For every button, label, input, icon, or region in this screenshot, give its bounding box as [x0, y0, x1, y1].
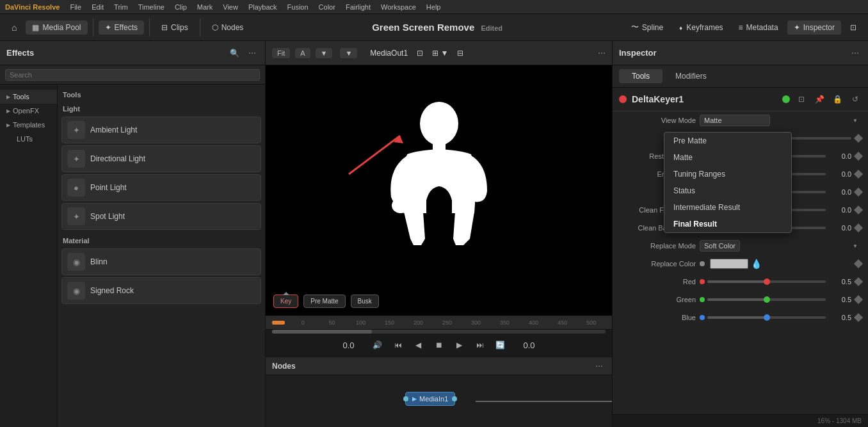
toolbar-mediapool-btn[interactable]: ▦ Media Pool [26, 20, 87, 35]
viewer-grid-btn[interactable]: ⊞ ▼ [432, 49, 448, 58]
threshold-keyframe[interactable] [854, 134, 863, 143]
menu-fusion[interactable]: Fusion [287, 3, 309, 11]
nodes-more-btn[interactable]: ⋯ [593, 360, 606, 373]
sidebar-item-luts[interactable]: LUTs [0, 132, 57, 146]
effect-directional-light[interactable]: ✦ Directional Light [61, 145, 261, 172]
toolbar-home-btn[interactable]: ⌂ [5, 20, 23, 35]
effects-search-input[interactable] [5, 69, 260, 81]
blue-thumb[interactable] [764, 314, 770, 321]
app-name[interactable]: DaVinci Resolve [5, 3, 60, 11]
menu-fairlight[interactable]: Fairlight [346, 3, 371, 11]
menu-trim[interactable]: Trim [114, 3, 128, 11]
eyedropper-btn[interactable]: 💧 [751, 259, 762, 269]
loop-btn[interactable]: 🔄 [493, 337, 508, 353]
replace-color-swatch[interactable] [710, 259, 748, 269]
effects-panel-title: Effects [6, 48, 223, 58]
ambient-light-label: Ambient Light [90, 125, 137, 134]
menu-color[interactable]: Color [319, 3, 335, 11]
green-track [707, 298, 767, 301]
menu-help[interactable]: Help [426, 3, 441, 11]
fit-btn[interactable]: Fit [272, 48, 290, 58]
effect-blinn[interactable]: ◉ Blinn [61, 248, 261, 275]
menu-timeline[interactable]: Timeline [138, 3, 165, 11]
toolbar-keyframes-btn[interactable]: ⬧ Keyframes [672, 20, 729, 35]
menu-file[interactable]: File [70, 3, 81, 11]
menu-edit[interactable]: Edit [92, 3, 104, 11]
play-btn[interactable]: ▶ [452, 337, 467, 353]
zoom-btn[interactable]: ▼ [340, 48, 357, 58]
effect-signed-rock[interactable]: ◉ Signed Rock [61, 277, 261, 304]
viewer-more-btn[interactable]: ⋯ [598, 49, 606, 58]
view-mode-select[interactable]: Pre Matte Matte Tuning Ranges Status Int… [700, 115, 770, 126]
tab-tools[interactable]: Tools [619, 69, 663, 83]
effect-point-light[interactable]: ● Point Light [61, 174, 261, 201]
toolbar-inspector-btn[interactable]: ✦ Inspector [787, 20, 841, 35]
prev-frame-btn[interactable]: ◀ [411, 337, 426, 353]
toolbar-nodes-btn[interactable]: ⬡ Nodes [205, 20, 250, 35]
node-icon-btn-2[interactable]: 📌 [813, 93, 826, 106]
green-keyframe[interactable] [854, 295, 863, 304]
dropdown-prematte[interactable]: Pre Matte [664, 133, 791, 149]
clean-bg-keyframe[interactable] [854, 223, 863, 232]
dropdown-status[interactable]: Status [664, 182, 791, 199]
effect-spot-light[interactable]: ✦ Spot Light [61, 203, 261, 230]
svg-point-0 [420, 102, 458, 145]
green-slider[interactable] [707, 298, 826, 301]
output-icon: ⊡ [850, 23, 856, 32]
sidebar-item-openfx[interactable]: ▶ OpenFX [0, 104, 57, 118]
red-slider[interactable] [707, 280, 826, 283]
red-thumb[interactable] [764, 278, 770, 285]
prematte-node-btn[interactable]: Pre Matte [303, 294, 345, 308]
green-thumb[interactable] [764, 296, 770, 303]
view-mode-select-wrapper[interactable]: Pre Matte Matte Tuning Ranges Status Int… [700, 115, 862, 126]
mediain-node[interactable]: ▶ MediaIn1 [405, 392, 455, 406]
skip-back-btn[interactable]: ⏮ [390, 337, 406, 353]
menu-playback[interactable]: Playback [248, 3, 277, 11]
busk-node-btn[interactable]: Busk [351, 294, 379, 308]
menu-clip[interactable]: Clip [175, 3, 187, 11]
node-icon-btn-1[interactable]: ⊡ [795, 93, 808, 106]
node-icon-btn-4[interactable]: ↺ [849, 93, 862, 106]
blue-slider[interactable] [707, 316, 826, 319]
toolbar-output-btn[interactable]: ⊡ [844, 20, 863, 35]
effect-ambient-light[interactable]: ✦ Ambient Light [61, 117, 261, 143]
menu-bar: DaVinci Resolve File Edit Trim Timeline … [0, 0, 868, 14]
dropdown-intermediate[interactable]: Intermediate Result [664, 199, 791, 216]
replace-mode-select[interactable]: Soft Color [700, 240, 740, 252]
erode-dilate-keyframe[interactable] [854, 170, 863, 179]
tab-modifiers[interactable]: Modifiers [663, 69, 719, 83]
skip-forward-btn[interactable]: ⏭ [472, 337, 488, 353]
restore-fringe-keyframe[interactable] [854, 152, 863, 161]
channel-select-btn[interactable]: ▼ [316, 48, 333, 58]
sidebar-item-tools[interactable]: ▶ Tools [0, 90, 57, 104]
replace-color-keyframe[interactable] [854, 259, 863, 268]
channel-a-btn[interactable]: A [295, 48, 310, 58]
blue-keyframe[interactable] [854, 313, 863, 322]
menu-mark[interactable]: Mark [197, 3, 213, 11]
effects-search-btn[interactable]: 🔍 [228, 47, 241, 60]
clean-fg-keyframe[interactable] [854, 205, 863, 214]
key-node-btn[interactable]: Key [273, 294, 298, 308]
red-keyframe[interactable] [854, 277, 863, 286]
node-icon-btn-3[interactable]: 🔒 [831, 93, 844, 106]
toolbar-clips-btn[interactable]: ⊟ Clips [155, 20, 195, 35]
toolbar-effects-btn[interactable]: ✦ Effects [99, 20, 144, 35]
dropdown-matte[interactable]: Matte [664, 149, 791, 166]
sidebar-item-templates[interactable]: ▶ Templates [0, 118, 57, 132]
toolbar-metadata-btn[interactable]: ≡ Metadata [732, 20, 785, 35]
blur-keyframe[interactable] [854, 188, 863, 197]
menu-workspace[interactable]: Workspace [381, 3, 416, 11]
viewer-screen-btn[interactable]: ⊟ [457, 49, 463, 58]
output-selector[interactable]: ⊡ [417, 49, 423, 58]
audio-btn[interactable]: 🔊 [370, 337, 385, 353]
menu-view[interactable]: View [223, 3, 238, 11]
effects-more-btn[interactable]: ⋯ [246, 47, 259, 60]
dropdown-tuning[interactable]: Tuning Ranges [664, 166, 791, 182]
timeline-progress[interactable] [272, 330, 606, 334]
toolbar-spline-btn[interactable]: 〜 Spline [625, 19, 670, 35]
inspector-more-btn[interactable]: ⋯ [849, 47, 862, 60]
replace-mode-select-wrapper[interactable]: Soft Color [700, 240, 862, 252]
stop-btn[interactable]: ⏹ [431, 337, 447, 353]
dropdown-final[interactable]: Final Result [664, 216, 791, 232]
spot-light-icon: ✦ [67, 207, 85, 225]
